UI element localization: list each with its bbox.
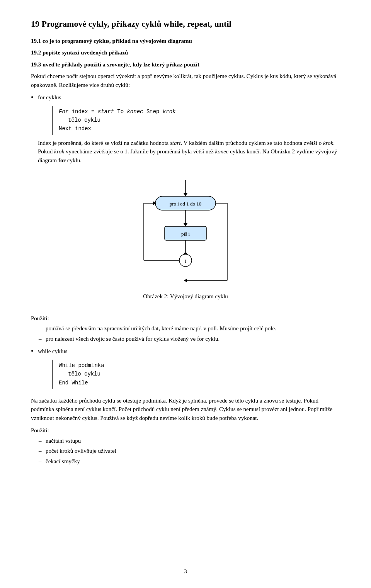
svg-marker-5 <box>184 223 187 226</box>
flowchart-svg: pro i od 1 do 10 piš i i <box>124 180 247 288</box>
pouziti-while-item-3: – čekací smyčky <box>39 457 340 466</box>
section-19-3: 19.3 uveďte příklady použití a srovnejte… <box>31 60 340 69</box>
for-code-line-2: tělo cyklu <box>68 116 340 124</box>
for-description: Index je proměnná, do které se vloží na … <box>38 139 340 165</box>
for-code-block: For index = start To konec Step krok těl… <box>52 106 340 135</box>
pouziti-for-item-2: – pro nalezení všech dvojic se často pou… <box>39 335 340 343</box>
while-code-line-3: End While <box>59 379 104 387</box>
diagram-container: pro i od 1 do 10 piš i i Obrázek 2: Vývo… <box>31 180 340 310</box>
pouziti-while-text-2: počet kroků ovlivňuje uživatel <box>46 447 116 455</box>
while-code-line-1: While podmínka <box>59 361 104 370</box>
dash-mark-2: – <box>39 335 46 343</box>
dash-mark-w2: – <box>39 447 46 455</box>
pouziti-for-label: Použití: <box>31 314 340 323</box>
diagram-caption: Obrázek 2: Vývojový diagram cyklu <box>143 292 228 301</box>
while-code-line-2: tělo cyklu <box>68 370 104 378</box>
dash-mark-1: – <box>39 324 46 333</box>
for-code-line-3: Next index <box>59 124 340 133</box>
for-cyklus-item: • for cyklus For index = start To konec … <box>31 93 340 168</box>
section-19-2: 19.2 popište syntaxi uvedených příkazů <box>31 48 340 57</box>
while-cyklus-content: while cyklus While podmínka tělo cyklu E… <box>38 347 104 393</box>
pouziti-while-item-2: – počet kroků ovlivňuje uživatel <box>39 447 340 455</box>
bullet-dot-while: • <box>31 347 38 356</box>
page-number: 3 <box>0 567 371 576</box>
pouziti-for-text-1: používá se především na zpracování určit… <box>46 324 276 333</box>
for-cyklus-label: for cyklus <box>38 94 61 100</box>
svg-text:pro i od 1 do 10: pro i od 1 do 10 <box>170 201 202 207</box>
pouziti-for-text-2: pro nalezení všech dvojic se často použí… <box>46 335 220 343</box>
intro-text: Pokud chceme počít stejnou operaci výcek… <box>31 72 340 89</box>
dash-mark-w3: – <box>39 457 46 466</box>
cyklus-list: • for cyklus For index = start To konec … <box>31 93 340 168</box>
for-cyklus-content: for cyklus For index = start To konec St… <box>38 93 340 168</box>
while-cyklus-list: • while cyklus While podmínka tělo cyklu… <box>31 347 340 393</box>
pouziti-while-list: – načítání vstupu – počet kroků ovlivňuj… <box>39 437 340 466</box>
page-title: 19 Programové cykly, příkazy cyklů while… <box>31 19 340 30</box>
pouziti-for-item-1: – používá se především na zpracování urč… <box>39 324 340 333</box>
pouziti-while-item-1: – načítání vstupu <box>39 437 340 445</box>
svg-text:piš i: piš i <box>181 231 190 237</box>
for-code-line-1: For index = start To konec Step krok <box>59 107 340 116</box>
svg-marker-19 <box>184 279 187 282</box>
pouziti-while-text-3: čekací smyčky <box>46 457 80 466</box>
while-code-block: While podmínka tělo cyklu End While <box>52 360 104 389</box>
while-cyklus-item: • while cyklus While podmínka tělo cyklu… <box>31 347 340 393</box>
while-cyklus-label: while cyklus <box>38 348 67 354</box>
pouziti-while-text-1: načítání vstupu <box>46 437 81 445</box>
pouziti-for-list: – používá se především na zpracování urč… <box>39 324 340 343</box>
section-19-1: 19.1 co je to programový cyklus, příklad… <box>31 37 340 46</box>
bullet-dot-for: • <box>31 93 38 102</box>
dash-mark-w1: – <box>39 437 46 445</box>
svg-text:i: i <box>185 258 186 264</box>
while-description: Na začátku každého průchodu cyklu se ote… <box>31 396 340 423</box>
pouziti-while-label: Použití: <box>31 426 340 435</box>
svg-marker-1 <box>184 193 187 196</box>
